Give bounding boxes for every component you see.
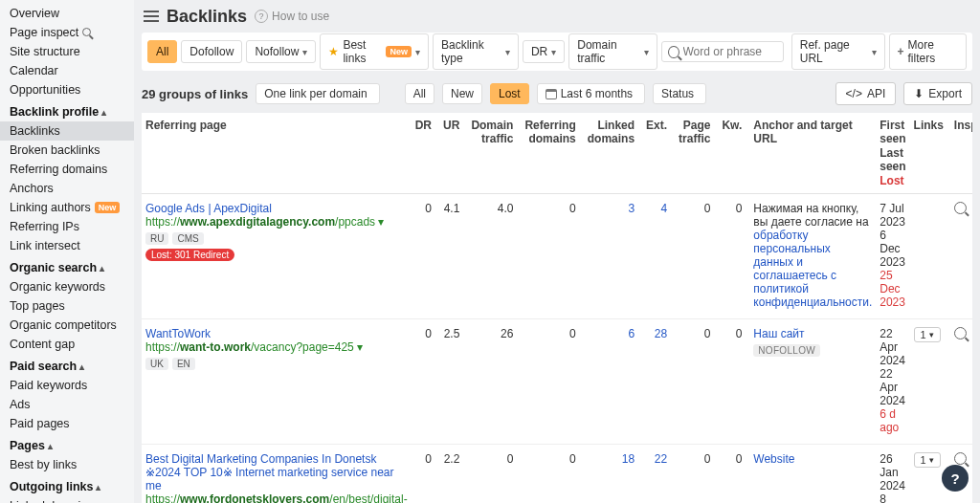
status-dropdown[interactable]: Status (653, 83, 706, 104)
sidebar-heading[interactable]: Outgoing links (0, 474, 134, 496)
ref-page-url[interactable]: https://www.apexdigitalagency.com/ppcads… (145, 215, 408, 229)
inspect-icon[interactable] (954, 452, 967, 465)
nofollow-tag: NOFOLLOW (753, 344, 820, 357)
ref-page-url[interactable]: https://www.fordonetsklovers.com/en/best… (145, 492, 408, 503)
sidebar-item[interactable]: Paid keywords (0, 376, 134, 395)
sidebar-item[interactable]: Calendar (0, 61, 134, 80)
sidebar-item[interactable]: Organic keywords (0, 277, 134, 296)
col-links[interactable]: Links (910, 113, 950, 193)
first-seen: 26 Jan 2024 (880, 452, 905, 492)
sidebar-heading[interactable]: Pages (0, 433, 134, 455)
keyword-search[interactable] (661, 41, 784, 62)
sidebar-item[interactable]: Organic competitors (0, 316, 134, 335)
sidebar-item[interactable]: Referring domains (0, 160, 134, 179)
plus-icon: + (898, 45, 904, 58)
tab-new[interactable]: New (442, 83, 482, 104)
sidebar-heading[interactable]: Organic search (0, 255, 134, 277)
sidebar-item[interactable]: Linked domains (0, 496, 134, 503)
search-input[interactable] (683, 45, 777, 58)
sidebar-item[interactable]: Referring IPs (0, 217, 134, 236)
col-linked-domains[interactable]: Linked domains (584, 113, 642, 193)
anchor-text[interactable]: обработку персональных данных и соглашае… (753, 229, 872, 309)
col-referring-page[interactable]: Referring page (142, 113, 412, 193)
sidebar-item[interactable]: Link intersect (0, 236, 134, 255)
count-link[interactable]: 18 (622, 452, 635, 466)
sidebar-item[interactable]: Opportunities (0, 80, 134, 99)
date-range[interactable]: Last 6 months (537, 83, 645, 104)
grouping-dropdown[interactable]: One link per domain (256, 83, 379, 104)
more-filters[interactable]: +More filters (889, 33, 968, 70)
sidebar-item[interactable]: Page inspect (0, 23, 134, 42)
sidebar-item[interactable]: Broken backlinks (0, 141, 134, 160)
star-icon: ★ (328, 45, 339, 58)
filter-backlink-type[interactable]: Backlink type (433, 33, 519, 70)
sidebar-item[interactable]: Backlinks (0, 121, 134, 141)
col-page-traffic[interactable]: Page traffic (675, 113, 718, 193)
page-title: Backlinks (167, 7, 247, 27)
new-badge: New (95, 202, 121, 213)
col-dr[interactable]: DR (412, 113, 439, 193)
col-ext[interactable]: Ext. (642, 113, 675, 193)
locale-tag: UK (145, 358, 168, 370)
ref-page-title[interactable]: Google Ads | ApexDigital (145, 202, 408, 215)
filter-all[interactable]: All (147, 40, 177, 63)
col-dates[interactable]: First seenLast seenLost (876, 113, 909, 193)
sidebar: OverviewPage inspectSite structureCalend… (0, 0, 134, 503)
ref-page-title[interactable]: Best Digital Marketing Companies In Done… (145, 452, 408, 492)
search-icon (82, 27, 91, 38)
export-button[interactable]: ⬇Export (903, 82, 972, 105)
sidebar-item[interactable]: Site structure (0, 42, 134, 61)
lost-date: 25 Dec 2023 (880, 269, 905, 309)
sidebar-item[interactable]: Paid pages (0, 414, 134, 433)
col-kw[interactable]: Kw. (718, 113, 749, 193)
links-dropdown[interactable]: 1 ▾ (914, 327, 941, 342)
filter-domain-traffic[interactable]: Domain traffic (568, 33, 657, 70)
anchor-text[interactable]: Наш сайт (753, 327, 804, 340)
question-icon: ? (255, 10, 268, 23)
filter-dofollow[interactable]: Dofollow (181, 40, 242, 63)
col-domain-traffic[interactable]: Domain traffic (467, 113, 521, 193)
sidebar-item[interactable]: Top pages (0, 296, 134, 316)
ref-page-url[interactable]: https://want-to.work/vacancy?page=425 ▾ (145, 340, 408, 354)
backlinks-table: Referring page DR UR Domain traffic Refe… (142, 113, 972, 503)
filter-best-links[interactable]: ★Best linksNew (320, 33, 429, 70)
tab-all[interactable]: All (405, 83, 434, 104)
hamburger-icon[interactable] (144, 11, 159, 22)
sidebar-item[interactable]: Best by links (0, 455, 134, 474)
col-ur[interactable]: UR (439, 113, 467, 193)
sidebar-heading[interactable]: Paid search (0, 354, 134, 376)
filter-ref-page-url[interactable]: Ref. page URL (791, 33, 885, 70)
search-icon (668, 46, 679, 58)
count-link[interactable]: 28 (655, 327, 667, 340)
api-button[interactable]: </>API (835, 82, 897, 105)
col-ref-domains[interactable]: Referring domains (521, 113, 583, 193)
sidebar-item[interactable]: Anchors (0, 179, 134, 198)
filter-nofollow[interactable]: Nofollow (246, 40, 316, 63)
sidebar-item[interactable]: Linking authorsNew (0, 198, 134, 217)
sidebar-item[interactable]: Ads (0, 395, 134, 414)
sidebar-heading[interactable]: Backlink profile (0, 99, 134, 121)
filter-dr[interactable]: DR (523, 40, 565, 63)
export-icon: ⬇ (914, 87, 924, 100)
sidebar-item[interactable]: Content gap (0, 335, 134, 354)
code-icon: </> (846, 87, 862, 100)
first-seen: 7 Jul 2023 (880, 202, 905, 229)
last-seen: 8 Apr 2024 (880, 492, 905, 503)
count-link[interactable]: 3 (628, 202, 635, 215)
ref-page-title[interactable]: WantToWork (145, 327, 408, 340)
col-anchor[interactable]: Anchor and target URL (749, 113, 876, 193)
how-to-use-link[interactable]: ? How to use (255, 10, 329, 23)
count-link[interactable]: 4 (660, 202, 667, 215)
count-link[interactable]: 6 (628, 327, 635, 340)
main: Backlinks ? How to use All Dofollow Nofo… (134, 0, 980, 503)
count-link[interactable]: 22 (655, 452, 667, 466)
inspect-icon[interactable] (954, 202, 967, 214)
help-fab[interactable]: ? (942, 465, 969, 492)
col-inspect[interactable]: Inspect (950, 113, 972, 193)
tab-lost[interactable]: Lost (490, 83, 529, 104)
links-dropdown[interactable]: 1 ▾ (914, 452, 941, 468)
lost-reason-tag: Lost: 301 Redirect (145, 249, 234, 261)
inspect-icon[interactable] (954, 327, 967, 339)
sidebar-item[interactable]: Overview (0, 4, 134, 23)
anchor-text[interactable]: Website (753, 452, 794, 466)
